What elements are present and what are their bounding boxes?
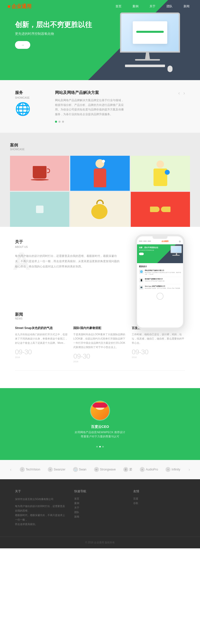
case-item-fashion-colorful[interactable] bbox=[131, 156, 190, 191]
services-carousel-dots bbox=[55, 121, 185, 123]
carousel-dot-3[interactable] bbox=[62, 121, 64, 123]
services-right: 网站及网络产品解决方案 网站及网络产品品牌解决方案品牌定位基于行业与领域， 根据… bbox=[55, 90, 185, 123]
brand-infinity[interactable]: ∞ Infinity bbox=[166, 467, 180, 472]
news-item-3: 百度云CEO 工作时候，他给自己定位，设计师，对的，论坛，找灵感，做自己，做自然… bbox=[132, 326, 185, 363]
case-item-coffee[interactable] bbox=[10, 156, 69, 191]
footer-link-baidu[interactable]: 百度 bbox=[133, 497, 185, 501]
phone-settings-icon: ⚙ bbox=[179, 240, 181, 243]
phone-divider-2 bbox=[139, 284, 181, 284]
services-title: 服务 bbox=[15, 90, 45, 95]
phone-nav-icon bbox=[139, 241, 151, 242]
hero-subtitle: 更先进的时序控制器氧化物 bbox=[15, 32, 92, 36]
next-arrow-icon[interactable]: › bbox=[183, 90, 185, 96]
swanzer-logo-icon: S bbox=[48, 467, 53, 472]
brand-swan[interactable]: 🦢 Swan bbox=[73, 467, 86, 472]
footer-link-google[interactable]: 谷歌 bbox=[133, 502, 185, 505]
case-item-shoes[interactable] bbox=[131, 192, 190, 227]
phone-item-2-text: 移动端产品图解决方案大方 Slideshow APP及在线产品服务方案 bbox=[145, 278, 164, 282]
nav-about[interactable]: 关于 bbox=[146, 3, 158, 10]
brand-strongwave-label: Strongwave bbox=[100, 468, 116, 471]
strongwave-logo-icon: W bbox=[94, 467, 99, 472]
footer-nav-home[interactable]: 首页 bbox=[74, 497, 126, 501]
footer-nav-cases[interactable]: 案例 bbox=[74, 502, 126, 505]
news-date-num-1: 09-30 bbox=[15, 348, 68, 356]
phone-item-1-icon: 🌐 bbox=[139, 269, 144, 274]
services-description: 网站及网络产品品牌解决方案品牌定位基于行业与领域， 根据市场分析、产品分析、品牌… bbox=[55, 98, 185, 117]
footer-about-desc: 每为用户做出的设计的同时打出，还需要普及自我的思维、 着眼新时代，着眼深邃功夫，… bbox=[15, 504, 67, 527]
nav-links: 首页 案例 关于 团队 新闻 bbox=[112, 3, 192, 10]
brand-swan-label: Swan bbox=[79, 468, 86, 471]
testimonial-dot-2[interactable] bbox=[99, 446, 101, 447]
colorful-fashion-illustration bbox=[154, 160, 167, 186]
avatar-image bbox=[91, 401, 109, 420]
brands-section: ‹ T TechVision S Swanzer 🦢 Swan W Strong… bbox=[0, 460, 200, 479]
phone-item-2-icon: 📱 bbox=[139, 278, 144, 282]
carousel-dot-1[interactable] bbox=[55, 121, 57, 123]
nav-home[interactable]: 首页 bbox=[112, 3, 124, 10]
footer-about-company: 深圳市泊喜互联云SG传播有限公司 bbox=[15, 497, 67, 502]
hero-imac-illustration bbox=[115, 10, 190, 80]
mouse bbox=[168, 66, 172, 72]
brand-ai-label: 爱 bbox=[129, 467, 132, 472]
swan-logo-icon: 🦢 bbox=[73, 467, 78, 472]
carousel-dot-2[interactable] bbox=[58, 121, 60, 123]
case-item-bag[interactable] bbox=[70, 192, 130, 227]
news-date-year-2: 2016 bbox=[73, 360, 126, 363]
prev-arrow-icon[interactable]: ‹ bbox=[178, 90, 180, 96]
phone-service-item-2: 📱 移动端产品图解决方案大方 Slideshow APP及在线产品服务方案 bbox=[139, 278, 181, 282]
phone-top-bar: 企业通用 ⚙ bbox=[137, 239, 183, 244]
phone-section-heading: 图形设计 bbox=[139, 265, 181, 268]
nav-team[interactable]: 团队 bbox=[164, 3, 176, 10]
brand-audiopro-label: AudioPro bbox=[146, 468, 158, 471]
nav-cases[interactable]: 案例 bbox=[130, 3, 142, 10]
footer-nav-news[interactable]: 新闻 bbox=[74, 515, 126, 519]
brands-next-button[interactable]: › bbox=[188, 467, 190, 472]
news-item-2: 国际/国内外豪奢搭配 于是美国时尚杂志LOOK看来了大批国际品牌的LOOK册，但… bbox=[73, 326, 126, 363]
brand-techvision[interactable]: T TechVision bbox=[20, 467, 40, 472]
news-item-3-date: 09-30 2016 bbox=[132, 348, 185, 359]
news-item-1-title[interactable]: Street Snap灰色奶奶的气息 bbox=[15, 326, 68, 330]
brands-list: T TechVision S Swanzer 🦢 Swan W Strongwa… bbox=[12, 467, 188, 472]
logo-icon: ■ bbox=[8, 4, 10, 9]
phone-service-item-3: 💻 Web App-在线产品图解决大方 网站及网络产品品牌，基于行业与领域。iP… bbox=[139, 285, 181, 290]
footer-bottom: © 2016 企业通用 版权所有 bbox=[0, 537, 200, 548]
footer-nav-team[interactable]: 团队 bbox=[74, 511, 126, 514]
footer-col-nav: 快速导航 首页 案例 关于 团队 新闻 bbox=[74, 489, 126, 527]
case-item-minimal[interactable] bbox=[10, 192, 69, 227]
news-grid: Street Snap灰色奶奶的气息 在九月街拍运动热门的好的打开方式之中，也迎… bbox=[15, 326, 185, 363]
hero-cta-button[interactable]: → bbox=[15, 41, 30, 49]
brand-swanzer-label: Swanzer bbox=[54, 468, 66, 471]
phone-mockup: 企业通用 ⚙ 创新，层出不穷更胜以往 更先进的时序控制器氧化物 → 图形设计 bbox=[135, 234, 185, 330]
testimonial-dot-3[interactable] bbox=[102, 446, 104, 447]
testimonial-carousel-dots bbox=[96, 446, 104, 447]
cases-title: 案例 bbox=[10, 143, 190, 148]
footer-nav-about[interactable]: 关于 bbox=[74, 506, 126, 510]
about-subtitle: ABOUT US bbox=[15, 246, 120, 248]
testimonial-name: 百度云CEO bbox=[91, 425, 109, 429]
footer-about-title: 关于 bbox=[15, 489, 67, 494]
phone-hero-button[interactable]: → bbox=[139, 253, 144, 255]
phone-hero-area: 创新，层出不穷更胜以往 更先进的时序控制器氧化物 → bbox=[137, 244, 183, 263]
shoes-illustration bbox=[150, 207, 170, 212]
ai-logo-icon: 爱 bbox=[123, 467, 128, 472]
nav-news[interactable]: 新闻 bbox=[180, 3, 192, 10]
footer-friends-title: 友情 bbox=[133, 489, 185, 494]
brand-strongwave[interactable]: W Strongwave bbox=[94, 467, 116, 472]
footer-col-friends: 友情 百度 谷歌 bbox=[133, 489, 185, 527]
news-item-2-title[interactable]: 国际/国内外豪奢搭配 bbox=[73, 326, 126, 330]
imac-stand bbox=[145, 53, 150, 60]
phone-home-button[interactable] bbox=[156, 293, 164, 300]
about-description: 每为用户做出的设计的同时打出，还需要普及自我的思维、着眼新时代，着眼深邃功夫，不… bbox=[15, 253, 120, 269]
about-section: 关于 ABOUT US A 每为用户做出的设计的同时打出，还需要普及自我的思维、… bbox=[0, 227, 200, 302]
imac-base bbox=[135, 59, 160, 61]
testimonial-dot-1[interactable] bbox=[96, 446, 98, 447]
case-item-fashion-blue[interactable] bbox=[70, 156, 130, 191]
brand-swanzer[interactable]: S Swanzer bbox=[48, 467, 66, 472]
brand-audiopro[interactable]: A AudioPro bbox=[140, 467, 158, 472]
hero-title: 创新，层出不穷更胜以往 bbox=[15, 20, 92, 30]
phone-item-3-icon: 💻 bbox=[139, 285, 144, 290]
imac-screen bbox=[120, 13, 180, 53]
services-nav-arrows[interactable]: ‹ › bbox=[178, 90, 185, 96]
brand-ai[interactable]: 爱 爱 bbox=[123, 467, 132, 472]
phone-item-3-text: Web App-在线产品图解决大方 网站及网络产品品牌，基于行业与领域。iPho… bbox=[145, 285, 180, 290]
